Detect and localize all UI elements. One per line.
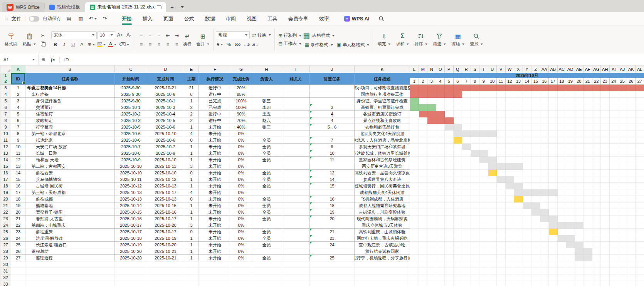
cell-description[interactable]: 整理行李，机场返程，分享旅行回忆 — [355, 255, 410, 261]
gantt-cell[interactable] — [471, 216, 479, 222]
gantt-cell[interactable] — [531, 216, 540, 222]
gantt-cell[interactable] — [419, 229, 427, 235]
gantt-cell[interactable] — [627, 144, 636, 150]
gantt-cell[interactable] — [436, 189, 445, 196]
gantt-bar-cell[interactable] — [575, 255, 583, 261]
gantt-cell[interactable] — [479, 124, 488, 130]
gantt-cell[interactable] — [618, 91, 627, 98]
cell-predecessor[interactable]: 12 — [310, 170, 355, 176]
cell-predecessor[interactable]: 21 — [310, 229, 355, 235]
gantt-cell[interactable] — [523, 117, 531, 124]
row-header-14[interactable]: 14 — [0, 157, 11, 163]
gantt-cell[interactable] — [575, 124, 583, 130]
gantt-cell[interactable] — [436, 130, 445, 137]
cell-percent[interactable]: 0% — [231, 248, 251, 255]
gantt-bar-cell[interactable] — [427, 111, 436, 117]
gantt-cell[interactable] — [609, 255, 618, 261]
gantt-cell[interactable] — [488, 104, 497, 111]
gantt-cell[interactable] — [601, 242, 610, 248]
gantt-cell[interactable] — [410, 216, 419, 222]
gantt-cell[interactable] — [419, 196, 427, 202]
empty-cell[interactable] — [11, 268, 25, 274]
gantt-cell[interactable] — [557, 111, 566, 117]
gantt-cell[interactable] — [427, 170, 436, 176]
decrease-decimal-button[interactable]: .0→ — [251, 41, 259, 49]
gantt-cell[interactable] — [523, 229, 531, 235]
gantt-cell[interactable] — [627, 170, 636, 176]
row-header-20[interactable]: 20 — [0, 196, 11, 202]
gantt-bar-cell[interactable] — [566, 235, 575, 242]
cell-owner[interactable] — [251, 91, 282, 98]
cell-status[interactable]: 未开始 — [199, 130, 231, 137]
cell-percent[interactable]: 0% — [231, 170, 251, 176]
cell-owner[interactable]: 全员 — [251, 209, 282, 216]
gantt-cell[interactable] — [419, 176, 427, 183]
gantt-bar-cell[interactable] — [488, 163, 497, 170]
cell-id[interactable]: 27 — [11, 255, 25, 261]
cell-predecessor[interactable]: 24 — [310, 242, 355, 248]
gantt-cell[interactable] — [592, 111, 601, 117]
gantt-cell[interactable] — [592, 222, 601, 229]
gantt-cell[interactable] — [540, 117, 549, 124]
gantt-cell[interactable] — [557, 255, 566, 261]
cell-predecessor[interactable] — [310, 91, 355, 98]
empty-cell[interactable] — [557, 281, 566, 286]
empty-cell[interactable] — [505, 261, 514, 268]
empty-cell[interactable] — [251, 274, 282, 281]
gantt-cell[interactable] — [523, 137, 531, 144]
gantt-cell[interactable] — [505, 242, 514, 248]
cell-id[interactable]: 20 — [11, 209, 25, 216]
gantt-cell[interactable] — [609, 157, 618, 163]
gantt-cell[interactable] — [488, 124, 497, 130]
cell-id[interactable]: 25 — [11, 242, 25, 248]
gantt-cell[interactable] — [575, 98, 583, 104]
gantt-cell[interactable] — [601, 216, 610, 222]
gantt-bar-cell[interactable] — [453, 137, 462, 144]
thousands-separator-button[interactable]: 000 — [234, 41, 242, 49]
cell-description[interactable]: 生成的演示项目，可修改或直接新建空白项目 — [355, 85, 410, 91]
cell-predecessor[interactable]: 16 — [310, 196, 355, 202]
gantt-cell[interactable] — [636, 202, 644, 209]
gantt-cell[interactable] — [410, 183, 419, 189]
column-header-P[interactable]: P — [445, 65, 454, 73]
gantt-bar-cell[interactable] — [436, 117, 445, 124]
gantt-cell[interactable] — [636, 98, 644, 104]
gantt-cell[interactable] — [549, 235, 558, 242]
cell-description[interactable]: 景点路线和美食攻略 — [355, 117, 410, 124]
align-bottom-button[interactable]: ≡ — [155, 31, 163, 39]
align-center-button[interactable]: ≡ — [146, 40, 154, 48]
gantt-cell[interactable] — [636, 104, 644, 111]
gantt-cell[interactable] — [549, 255, 558, 261]
gantt-cell[interactable] — [523, 130, 531, 137]
cell-status[interactable]: 未开始 — [199, 183, 231, 189]
cell-end-date[interactable]: 2025-10-20 — [147, 242, 184, 248]
empty-cell[interactable] — [427, 274, 436, 281]
cell-description[interactable]: 西安历史古迹3天游览 — [355, 163, 410, 170]
tab-list-button[interactable] — [178, 2, 187, 12]
gantt-cell[interactable] — [566, 98, 575, 104]
gantt-day-header[interactable]: 17 — [549, 78, 558, 85]
cell-start-date[interactable]: 2025-10-11 — [115, 176, 147, 183]
cell-start-date[interactable]: 2025-10-14 — [115, 202, 147, 209]
gantt-cell[interactable] — [627, 183, 636, 189]
cell-predecessor[interactable]: 5，6 — [310, 124, 355, 130]
column-header-A[interactable]: A — [11, 65, 25, 73]
gantt-cell[interactable] — [592, 196, 601, 202]
gantt-bar-cell[interactable] — [540, 85, 549, 91]
empty-cell[interactable] — [199, 281, 231, 286]
cell-owner[interactable]: 王五 — [251, 111, 282, 117]
empty-cell[interactable] — [636, 281, 644, 286]
column-header-T[interactable]: T — [479, 65, 488, 73]
gantt-cell[interactable] — [436, 163, 445, 170]
cell-status[interactable]: 未开始 — [199, 242, 231, 248]
gantt-cell[interactable] — [549, 91, 558, 98]
cell-id[interactable]: 7 — [11, 124, 25, 130]
gantt-day-header[interactable]: 23 — [601, 78, 610, 85]
file-menu[interactable]: 文件 — [12, 15, 22, 22]
empty-cell[interactable] — [618, 281, 627, 286]
cell-description[interactable]: 古街漫步，川剧变脸体验 — [355, 209, 410, 216]
gantt-cell[interactable] — [488, 137, 497, 144]
gantt-cell[interactable] — [609, 229, 618, 235]
cell-stakeholder[interactable] — [282, 170, 310, 176]
gantt-cell[interactable] — [566, 255, 575, 261]
